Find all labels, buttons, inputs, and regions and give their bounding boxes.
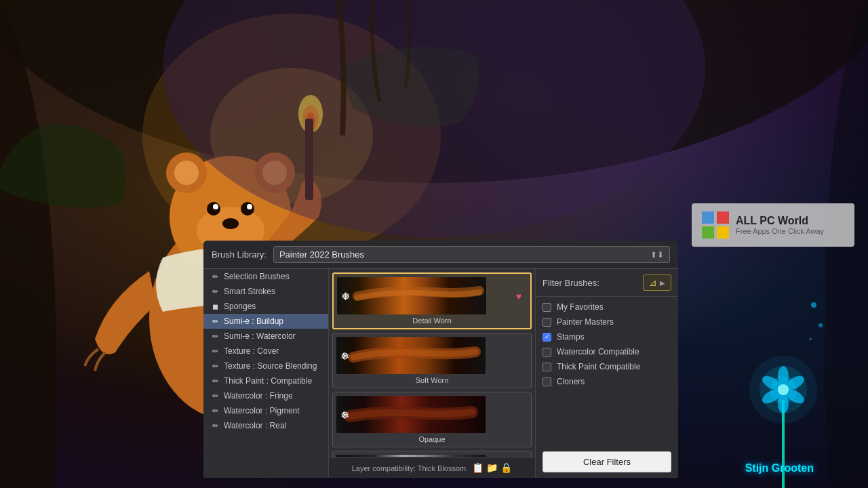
brush-category-item[interactable]: ✏ Thick Paint : Compatible [203,373,328,388]
brush-category-item[interactable]: ✏ Sumi-e : Watercolor [203,329,328,344]
category-label: Sponges [224,302,256,311]
svg-point-31 [811,302,816,308]
svg-point-30 [749,356,817,424]
brush-library-dropdown[interactable]: Painter 2022 Brushes ⬆⬇ [273,246,670,263]
stijn-grooten-credit: Stijn Grooten [745,462,814,474]
brush-stroke-svg [337,277,486,314]
layer-compat-text: Layer compatibility: [352,464,416,472]
filter-label-watercolor-compatible: Watercolor Compatible [557,347,639,357]
filter-label-painter-masters: Painter Masters [557,317,614,327]
brush-list-item[interactable]: ❅ Opaque [332,392,532,447]
category-label: Sumi-e : Buildup [224,317,283,326]
svg-rect-37 [717,226,729,239]
svg-rect-35 [717,211,729,224]
brush-category-icon: ❅ [340,349,349,362]
svg-point-13 [207,202,220,216]
filter-checkbox-cloners[interactable] [542,378,551,386]
filter-icon-button[interactable]: ⊿ ▶ [643,274,671,291]
filter-label-stamps: Stamps [557,332,585,342]
filter-checkbox-stamps[interactable] [542,333,551,342]
filter-option-my-favorites[interactable]: My Favorites [542,302,671,312]
brush-list-item[interactable]: ❅ ♥ Detail Worn [332,272,532,329]
brush-category-item[interactable]: ✏ Watercolor : Real [203,418,328,433]
brush-list-item[interactable]: ❅ Dry Grainy [332,451,532,457]
filter-dropdown-arrow: ▶ [660,279,665,287]
category-label: Watercolor : Real [224,421,286,430]
filter-option-painter-masters[interactable]: Painter Masters [542,317,671,327]
watermark-title: ALL PC World [736,215,824,227]
brush-preview-image [336,337,486,374]
brush-library-selected: Painter 2022 Brushes [279,249,364,260]
layer-compat-icons: 📋 📁 🔒 [472,462,512,473]
brush-preview-image [336,455,486,457]
svg-point-14 [241,202,254,216]
svg-point-10 [174,161,199,185]
category-label: Texture : Cover [224,346,279,356]
category-icon: ✏ [210,347,220,356]
brush-category-item[interactable]: ✏ Texture : Cover [203,344,328,359]
category-icon: ◼ [210,302,220,311]
category-icon: ✏ [210,287,220,296]
filter-funnel-icon: ⊿ [649,277,657,288]
brush-category-item[interactable]: ✏ Watercolor : Pigment [203,403,328,418]
category-icon: ✏ [210,317,220,326]
layer-icon-3: 🔒 [500,462,512,473]
clear-filters-button[interactable]: Clear Filters [542,451,671,472]
filter-label-my-favorites: My Favorites [557,302,604,312]
filter-panel: Filter Brushes: ⊿ ▶ My Favorites Painter… [536,269,678,478]
brush-name-label: Opaque [418,435,445,443]
filter-options-list: My Favorites Painter Masters Stamps Wate… [536,297,678,446]
brush-name-label: Detail Worn [412,317,451,325]
brush-categories-panel: ✏ Selection Brushes ✏ Smart Strokes ◼ Sp… [203,269,329,478]
brush-preview-image [337,277,486,314]
category-label: Texture : Source Blending [224,361,317,371]
category-icon: ✏ [210,332,220,341]
dropdown-arrow-icon: ⬆⬇ [650,250,664,260]
filter-title: Filter Brushes: [542,278,599,288]
brush-category-item[interactable]: ✏ Texture : Source Blending [203,359,328,373]
brush-preview-image [336,396,486,433]
filter-option-stamps[interactable]: Stamps [542,332,671,342]
filter-checkbox-watercolor-compatible[interactable] [542,348,551,357]
filter-checkbox-my-favorites[interactable] [542,303,551,312]
layer-icon-1: 📋 [472,462,484,473]
brush-list: ❅ ♥ Detail Worn ❅ [329,269,535,457]
svg-rect-34 [702,211,714,224]
favorite-heart-icon[interactable]: ♥ [516,291,521,302]
watermark-subtitle: Free Apps One Click Away [736,227,824,235]
brush-library-panel: Brush Library: Painter 2022 Brushes ⬆⬇ ✏… [203,241,678,478]
category-icon: ✏ [210,272,220,281]
svg-point-15 [213,204,218,209]
brush-library-bar: Brush Library: Painter 2022 Brushes ⬆⬇ [203,241,678,269]
brush-category-icon: ❅ [341,289,350,302]
category-label: Watercolor : Fringe [224,391,293,401]
category-label: Watercolor : Pigment [224,406,300,415]
category-icon: ✏ [210,392,220,401]
svg-rect-36 [702,226,714,239]
svg-point-17 [222,218,239,229]
filter-checkbox-painter-masters[interactable] [542,318,551,327]
brush-category-item[interactable]: ✏ Smart Strokes [203,284,328,299]
filter-option-cloners[interactable]: Cloners [542,377,671,386]
brush-list-item[interactable]: ❅ Soft Worn [332,333,532,388]
filter-label-cloners: Cloners [557,377,585,386]
filter-header: Filter Brushes: ⊿ ▶ [536,269,678,297]
brush-name-label: Soft Worn [416,376,449,384]
brush-category-item[interactable]: ✏ Selection Brushes [203,269,328,284]
filter-label-thick-paint-compatible: Thick Paint Compatible [557,362,640,371]
brush-category-item[interactable]: ✏ Watercolor : Fringe [203,388,328,403]
filter-option-watercolor-compatible[interactable]: Watercolor Compatible [542,347,671,357]
brush-stroke-svg [336,337,486,374]
svg-point-16 [247,204,252,209]
layer-compat-label: Layer compatibility: Thick Blossom [352,464,469,472]
category-label: Sumi-e : Watercolor [224,331,296,341]
filter-checkbox-thick-paint-compatible[interactable] [542,363,551,371]
layer-icon-2: 📁 [486,462,498,473]
brush-category-item[interactable]: ◼ Sponges [203,299,328,314]
brush-stroke-svg [336,396,486,433]
category-label: Smart Strokes [224,287,275,296]
filter-option-thick-paint-compatible[interactable]: Thick Paint Compatible [542,362,671,371]
category-label: Selection Brushes [224,272,290,281]
brush-category-item[interactable]: ✏ Sumi-e : Buildup [203,314,328,329]
brush-category-icon: ❅ [340,408,349,421]
